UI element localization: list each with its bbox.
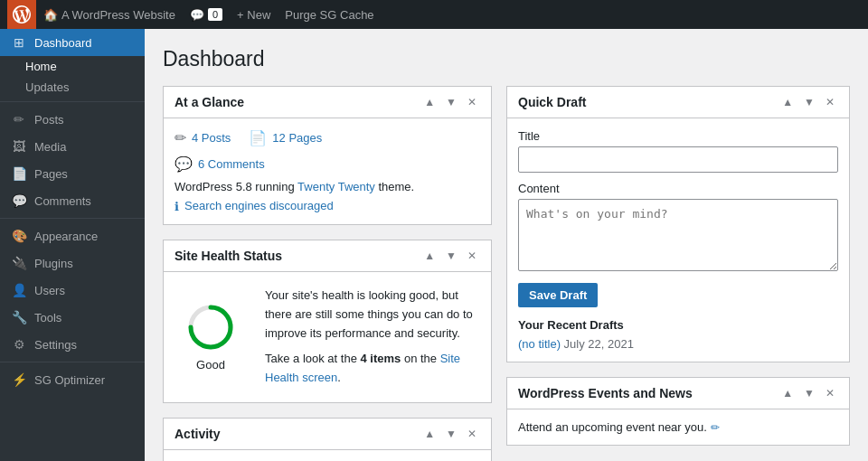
sidebar-item-appearance[interactable]: 🎨 Appearance (0, 222, 145, 249)
content-textarea[interactable] (518, 199, 838, 271)
tools-icon: 🔧 (11, 310, 27, 325)
wp-events-collapse-down[interactable]: ▼ (800, 385, 818, 401)
sidebar-item-users[interactable]: 👤 Users (0, 277, 145, 304)
sidebar-item-posts-label: Posts (34, 113, 64, 127)
site-name-item[interactable]: 🏠 A WordPress Website (36, 0, 183, 29)
wp-wrap: ⊞ Dashboard Home Updates ✏ Posts 🖼 Media… (0, 29, 868, 461)
new-item[interactable]: + New (230, 0, 278, 29)
at-a-glance-widget: At a Glance ▲ ▼ ✕ ✏ 4 Posts (163, 86, 492, 225)
dashboard-icon: ⊞ (11, 35, 27, 50)
main-content: Dashboard At a Glance ▲ ▼ ✕ (145, 29, 868, 461)
wp-logo[interactable] (7, 0, 36, 29)
wp-events-title: WordPress Events and News (518, 386, 693, 400)
sidebar-item-plugins[interactable]: 🔌 Plugins (0, 249, 145, 277)
comments-glance-item[interactable]: 💬 6 Comments (175, 155, 480, 173)
quick-draft-collapse-down[interactable]: ▼ (800, 94, 818, 110)
sidebar-item-updates[interactable]: Updates (0, 77, 145, 98)
quick-draft-header: Quick Draft ▲ ▼ ✕ (507, 87, 849, 118)
wp-events-close[interactable]: ✕ (822, 385, 838, 401)
content-label: Content (518, 182, 838, 195)
at-a-glance-header: At a Glance ▲ ▼ ✕ (164, 87, 491, 118)
sidebar-item-comments-label: Comments (34, 194, 91, 208)
title-input[interactable] (518, 146, 838, 173)
admin-bar: 🏠 A WordPress Website 💬 0 + New Purge SG… (0, 0, 868, 29)
at-a-glance-collapse-down[interactable]: ▼ (442, 94, 460, 110)
activity-title: Activity (175, 427, 221, 441)
comment-icon: 💬 (190, 8, 204, 22)
activity-collapse-up[interactable]: ▲ (420, 426, 439, 442)
comments-glance-icon: 💬 (175, 155, 193, 173)
comment-count: 0 (208, 8, 222, 21)
info-icon: ℹ (175, 200, 179, 213)
sg-optimizer-icon: ⚡ (11, 372, 27, 387)
house-icon: 🏠 (43, 8, 58, 22)
draft-title-link[interactable]: (no title) (518, 337, 561, 351)
purge-cache-item[interactable]: Purge SG Cache (278, 0, 381, 29)
health-label: Good (196, 358, 225, 372)
quick-draft-controls: ▲ ▼ ✕ (778, 94, 838, 110)
sidebar-item-dashboard[interactable]: ⊞ Dashboard (0, 29, 145, 56)
save-draft-button[interactable]: Save Draft (518, 283, 598, 307)
pages-glance-icon: 📄 (249, 129, 267, 146)
home-label: Home (25, 60, 57, 73)
sidebar-item-comments[interactable]: 💬 Comments (0, 187, 145, 214)
sidebar-item-media[interactable]: 🖼 Media (0, 133, 145, 160)
purge-label: Purge SG Cache (285, 8, 373, 22)
right-column: Quick Draft ▲ ▼ ✕ Title Cont (506, 86, 850, 461)
settings-icon: ⚙ (11, 337, 27, 352)
sidebar-item-posts[interactable]: ✏ Posts (0, 106, 145, 133)
quick-draft-close[interactable]: ✕ (822, 94, 838, 110)
title-field-group: Title (518, 129, 838, 173)
sidebar-item-dashboard-label: Dashboard (34, 36, 92, 50)
sidebar-item-pages-label: Pages (34, 167, 68, 181)
quick-draft-collapse-up[interactable]: ▲ (778, 94, 797, 110)
appearance-icon: 🎨 (11, 229, 27, 243)
pencil-icon[interactable]: ✏ (711, 421, 720, 434)
wp-events-widget: WordPress Events and News ▲ ▼ ✕ Attend a… (506, 377, 850, 446)
at-a-glance-body: ✏ 4 Posts 📄 12 Pages 💬 6 Comment (164, 118, 491, 224)
site-health-collapse-up[interactable]: ▲ (420, 248, 439, 264)
search-engines-link[interactable]: Search engines discouraged (184, 199, 334, 212)
draft-list-item: (no title) July 22, 2021 (518, 337, 838, 351)
at-a-glance-close[interactable]: ✕ (464, 94, 480, 110)
sidebar-item-sg-optimizer[interactable]: ⚡ SG Optimizer (0, 366, 145, 393)
search-engine-notice: ℹ Search engines discouraged (175, 199, 480, 213)
site-health-title: Site Health Status (175, 249, 282, 263)
sidebar-item-home[interactable]: Home (0, 56, 145, 77)
menu-separator-1 (0, 101, 145, 102)
activity-close[interactable]: ✕ (464, 426, 480, 442)
activity-collapse-down[interactable]: ▼ (442, 426, 460, 442)
quick-draft-widget: Quick Draft ▲ ▼ ✕ Title Cont (506, 86, 850, 362)
admin-sidebar: ⊞ Dashboard Home Updates ✏ Posts 🖼 Media… (0, 29, 145, 461)
pages-glance-item[interactable]: 📄 12 Pages (249, 129, 322, 146)
activity-controls: ▲ ▼ ✕ (420, 426, 480, 442)
users-icon: 👤 (11, 283, 27, 297)
at-a-glance-title: At a Glance (175, 95, 244, 109)
comments-item[interactable]: 💬 0 (183, 0, 230, 29)
sidebar-item-sg-optimizer-label: SG Optimizer (34, 373, 105, 387)
posts-glance-count: 4 Posts (192, 131, 231, 145)
at-a-glance-collapse-up[interactable]: ▲ (420, 94, 439, 110)
comments-menu-icon: 💬 (11, 193, 27, 208)
site-health-collapse-down[interactable]: ▼ (442, 248, 460, 264)
wp-events-collapse-up[interactable]: ▲ (778, 385, 797, 401)
quick-draft-body: Title Content Save Draft Your Recent Dra… (507, 118, 849, 362)
updates-label: Updates (25, 80, 69, 94)
at-a-glance-controls: ▲ ▼ ✕ (420, 94, 480, 110)
sidebar-item-tools[interactable]: 🔧 Tools (0, 304, 145, 331)
sidebar-item-users-label: Users (34, 284, 65, 297)
sidebar-item-tools-label: Tools (34, 311, 61, 325)
site-health-header: Site Health Status ▲ ▼ ✕ (164, 240, 491, 272)
pages-glance-count: 12 Pages (272, 131, 322, 145)
sidebar-item-pages[interactable]: 📄 Pages (0, 160, 145, 187)
wp-version-text: WordPress 5.8 running Twenty Twenty them… (175, 180, 480, 193)
quick-draft-title: Quick Draft (518, 95, 586, 109)
recent-drafts-title: Your Recent Drafts (518, 318, 838, 332)
sidebar-item-settings-label: Settings (34, 338, 77, 352)
menu-separator-3 (0, 362, 145, 362)
posts-glance-item[interactable]: ✏ 4 Posts (175, 129, 231, 146)
attend-text: Attend an upcoming event near you. (518, 420, 707, 434)
theme-link[interactable]: Twenty Twenty (297, 180, 375, 193)
site-health-close[interactable]: ✕ (464, 248, 480, 264)
sidebar-item-settings[interactable]: ⚙ Settings (0, 331, 145, 358)
